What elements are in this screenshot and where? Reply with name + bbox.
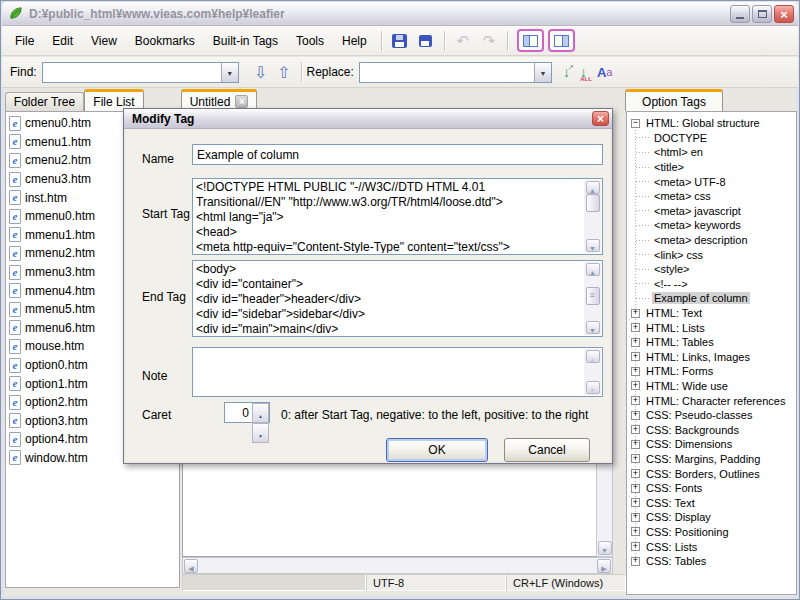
menu-item[interactable]: Built-in Tags: [204, 30, 287, 52]
spin-up-button[interactable]: [252, 403, 269, 423]
find-dropdown-button[interactable]: [221, 63, 238, 82]
end-tag-textarea[interactable]: <body> <div id="container"> <div id="hea…: [192, 260, 603, 337]
scroll-down-button[interactable]: [586, 321, 600, 334]
tree-item[interactable]: HTML: Forms: [627, 364, 796, 379]
tree-item[interactable]: CSS: Backgrounds: [627, 422, 796, 437]
spin-down-button[interactable]: [252, 423, 269, 443]
name-input[interactable]: [192, 144, 603, 165]
menu-item[interactable]: Edit: [43, 30, 82, 52]
tree-expand-icon[interactable]: [631, 498, 640, 507]
tree-expand-icon[interactable]: [631, 454, 640, 463]
tree-expand-icon[interactable]: [631, 338, 640, 347]
scrollbar-track[interactable]: [586, 194, 600, 239]
tree-expand-icon[interactable]: [631, 527, 640, 536]
tree-item[interactable]: <!-- -->: [627, 277, 796, 292]
tree-item[interactable]: CSS: Lists: [627, 539, 796, 554]
tree-item[interactable]: HTML: Text: [627, 306, 796, 321]
tree-item[interactable]: <meta> css: [627, 189, 796, 204]
scroll-up-button[interactable]: [586, 263, 600, 276]
tree-item[interactable]: <meta> description: [627, 233, 796, 248]
tree-item[interactable]: CSS: Fonts: [627, 481, 796, 496]
scrollbar-track[interactable]: [586, 276, 600, 321]
cancel-button[interactable]: Cancel: [504, 438, 590, 462]
close-button[interactable]: [774, 5, 794, 23]
maximize-button[interactable]: [752, 5, 772, 23]
tree-item[interactable]: Example of column: [627, 291, 796, 306]
menu-item[interactable]: Help: [333, 30, 376, 52]
tree-item[interactable]: HTML: Tables: [627, 335, 796, 350]
tree-expand-icon[interactable]: [631, 119, 640, 128]
replace-next-button[interactable]: [558, 60, 575, 84]
end-tag-scrollbar[interactable]: [584, 262, 601, 335]
layout-left-panel-button[interactable]: [517, 29, 544, 52]
tree-item[interactable]: <meta> keywords: [627, 218, 796, 233]
scroll-down-button[interactable]: [598, 541, 612, 555]
tree-item[interactable]: DOCTYPE: [627, 131, 796, 146]
tree-item[interactable]: <meta> UTF-8: [627, 174, 796, 189]
menu-item[interactable]: File: [6, 30, 43, 52]
tree-item[interactable]: CSS: Margins, Padding: [627, 452, 796, 467]
tree-expand-icon[interactable]: [631, 367, 640, 376]
tree-item[interactable]: <style>: [627, 262, 796, 277]
tree-item[interactable]: CSS: Text: [627, 495, 796, 510]
note-textarea[interactable]: [192, 347, 603, 397]
tree-item[interactable]: HTML: Global structure: [627, 116, 796, 131]
find-next-button[interactable]: [249, 60, 272, 84]
redo-button[interactable]: [476, 29, 502, 53]
replace-dropdown-button[interactable]: [534, 63, 551, 82]
ok-button[interactable]: OK: [386, 438, 488, 462]
menu-item[interactable]: Tools: [287, 30, 333, 52]
minimize-button[interactable]: [730, 5, 750, 23]
undo-button[interactable]: [450, 29, 476, 53]
tree-item[interactable]: HTML: Lists: [627, 320, 796, 335]
tree-expand-icon[interactable]: [631, 484, 640, 493]
save-button[interactable]: [387, 29, 413, 53]
tab-close-icon[interactable]: [235, 95, 248, 108]
tree-item[interactable]: CSS: Borders, Outlines: [627, 466, 796, 481]
scrollbar-thumb[interactable]: [586, 194, 600, 212]
tree-item[interactable]: <link> css: [627, 247, 796, 262]
tree-expand-icon[interactable]: [631, 425, 640, 434]
caret-input[interactable]: [225, 403, 252, 422]
find-previous-button[interactable]: [272, 60, 295, 84]
tree-item[interactable]: CSS: Dimensions: [627, 437, 796, 452]
tree-expand-icon[interactable]: [631, 542, 640, 551]
scroll-left-button[interactable]: [184, 559, 198, 573]
tree-item[interactable]: CSS: Display: [627, 510, 796, 525]
tree-expand-icon[interactable]: [631, 309, 640, 318]
tree-expand-icon[interactable]: [631, 440, 640, 449]
tree-expand-icon[interactable]: [631, 411, 640, 420]
tree-expand-icon[interactable]: [631, 352, 640, 361]
tree-expand-icon[interactable]: [631, 396, 640, 405]
tree-item[interactable]: HTML: Character references: [627, 393, 796, 408]
replace-all-button[interactable]: ALL: [575, 60, 592, 84]
start-tag-textarea[interactable]: <!DOCTYPE HTML PUBLIC "-//W3C//DTD HTML …: [192, 178, 603, 255]
tree-item[interactable]: CSS: Tables: [627, 554, 796, 569]
tab-folder-tree[interactable]: Folder Tree: [5, 92, 84, 111]
editor-horizontal-scrollbar[interactable]: [182, 557, 613, 574]
replace-input[interactable]: [360, 63, 534, 82]
tree-expand-icon[interactable]: [631, 381, 640, 390]
layout-right-panel-button[interactable]: [548, 29, 575, 52]
tree-item[interactable]: HTML: Links, Images: [627, 350, 796, 365]
tree-item[interactable]: <meta> javascript: [627, 204, 796, 219]
tree-item[interactable]: <html> en: [627, 145, 796, 160]
find-input[interactable]: [43, 63, 221, 82]
tree-expand-icon[interactable]: [631, 513, 640, 522]
save-all-button[interactable]: [413, 29, 439, 53]
tree-item[interactable]: <title>: [627, 160, 796, 175]
menu-item[interactable]: Bookmarks: [126, 30, 204, 52]
scroll-right-button[interactable]: [597, 559, 611, 573]
tree-item[interactable]: CSS: Positioning: [627, 525, 796, 540]
scrollbar-thumb[interactable]: [586, 287, 600, 305]
tree-item[interactable]: CSS: Pseudo-classes: [627, 408, 796, 423]
match-case-button[interactable]: Aa: [592, 60, 618, 84]
tab-option-tags[interactable]: Option Tags: [625, 89, 723, 111]
scroll-down-button[interactable]: [586, 239, 600, 252]
dialog-close-button[interactable]: [592, 111, 609, 126]
tree-item[interactable]: HTML: Wide use: [627, 379, 796, 394]
tree-expand-icon[interactable]: [631, 469, 640, 478]
tree-expand-icon[interactable]: [631, 557, 640, 566]
start-tag-scrollbar[interactable]: [584, 180, 601, 253]
menu-item[interactable]: View: [82, 30, 126, 52]
